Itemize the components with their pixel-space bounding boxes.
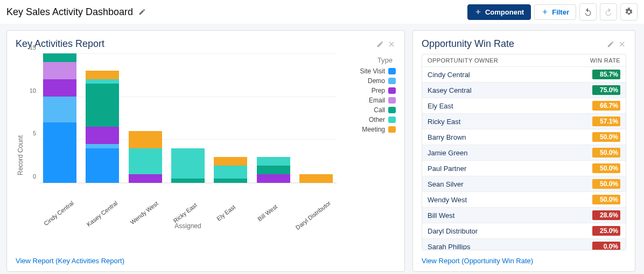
bar-segment-other — [129, 148, 162, 174]
y-tick-label: 0 — [24, 173, 36, 180]
y-tick-label: 15 — [24, 44, 36, 51]
bar-segment-other — [86, 79, 119, 84]
x-tick-label: Ely East — [211, 200, 258, 246]
cell-owner: Daryl Distributor — [428, 227, 584, 235]
legend-item[interactable]: Site Visit — [341, 67, 396, 75]
bar-segment-call — [214, 179, 247, 183]
win-rate-badge: 28.6% — [592, 210, 620, 220]
legend-swatch — [388, 117, 396, 123]
legend-swatch — [388, 107, 396, 113]
table-header: OPPORTUNITY OWNER WIN RATE — [422, 54, 626, 67]
undo-icon — [584, 8, 592, 16]
win-rate-badge: 57.1% — [592, 117, 620, 126]
bar-segment-call — [43, 53, 76, 62]
edit-title-button[interactable] — [136, 6, 148, 18]
table-row[interactable]: Sarah Phillips0.0% — [422, 239, 626, 250]
pencil-icon — [607, 40, 614, 48]
cell-owner: Ely East — [428, 102, 584, 110]
view-report-link[interactable]: View Report (Key Activities Report) — [16, 257, 396, 265]
table-row[interactable]: Bill West28.6% — [422, 208, 626, 223]
bar-segment-meeting — [86, 71, 119, 79]
bar-segment-prep — [86, 127, 119, 144]
bar-segment-prep — [129, 174, 162, 183]
table-row[interactable]: Jamie Green50.0% — [422, 145, 626, 161]
win-rate-badge: 75.0% — [592, 85, 620, 95]
undo-button[interactable] — [579, 3, 597, 20]
table-row[interactable]: Kasey Central75.0% — [422, 83, 626, 98]
legend-item[interactable]: Email — [341, 97, 396, 104]
bar-segment-meeting — [214, 157, 247, 166]
cell-owner: Paul Partner — [428, 165, 584, 173]
legend-label: Demo — [368, 77, 385, 85]
x-tick-label: Ricky East — [170, 200, 217, 246]
card-title: Opportunity Win Rate — [422, 38, 514, 50]
cell-owner: Wendy West — [428, 196, 584, 204]
edit-component-button[interactable] — [376, 40, 384, 48]
redo-button[interactable] — [600, 3, 617, 20]
bar[interactable] — [129, 131, 162, 183]
pencil-icon — [376, 40, 384, 48]
table-row[interactable]: Paul Partner50.0% — [422, 161, 626, 176]
table-row[interactable]: Wendy West50.0% — [422, 192, 626, 208]
bar-segment-prep — [43, 79, 76, 97]
legend-swatch — [388, 97, 396, 104]
x-tick-label: Kasey Central — [85, 200, 134, 248]
legend-item[interactable]: Demo — [341, 77, 396, 85]
win-rate-badge: 85.7% — [592, 70, 620, 79]
x-tick-label: Cindy Central — [43, 200, 90, 247]
legend-item[interactable]: Prep — [341, 87, 396, 94]
pencil-icon — [138, 8, 146, 16]
legend-swatch — [388, 68, 396, 74]
legend-label: Other — [369, 116, 385, 124]
legend-swatch — [388, 78, 396, 84]
add-component-label: Component — [485, 8, 524, 16]
redo-icon — [604, 8, 613, 16]
legend-item[interactable]: Call — [341, 106, 396, 114]
bar[interactable] — [299, 174, 333, 183]
win-rate-table: OPPORTUNITY OWNER WIN RATE Cindy Central… — [422, 54, 626, 250]
bar[interactable] — [86, 71, 119, 183]
edit-component-button[interactable] — [607, 40, 614, 48]
win-rate-badge: 50.0% — [592, 148, 620, 157]
col-header-owner: OPPORTUNITY OWNER — [428, 57, 584, 64]
legend-title: Type — [341, 56, 396, 64]
win-rate-badge: 50.0% — [592, 179, 620, 189]
bar-segment-demo — [86, 144, 119, 148]
add-filter-button[interactable]: Filter — [534, 4, 576, 20]
bar[interactable] — [43, 53, 76, 183]
table-row[interactable]: Ely East66.7% — [422, 98, 626, 114]
cell-owner: Bill West — [428, 211, 584, 220]
table-row[interactable]: Cindy Central85.7% — [422, 67, 626, 83]
bar-segment-site_visit — [86, 148, 119, 183]
key-activities-card: Key Activities Report Record Count 05101… — [6, 30, 405, 272]
dashboard-board: Key Activities Report Record Count 05101… — [0, 24, 644, 274]
x-tick-label: Wendy West — [128, 200, 176, 246]
add-component-button[interactable]: Component — [467, 4, 531, 20]
bar-chart: 051015 — [39, 54, 337, 183]
table-row[interactable]: Ricky East57.1% — [422, 114, 626, 129]
close-icon — [388, 40, 396, 48]
legend-item[interactable]: Other — [341, 116, 396, 124]
table-row[interactable]: Daryl Distributor25.0% — [422, 223, 626, 239]
remove-component-button[interactable] — [388, 40, 396, 48]
table-row[interactable]: Sean Silver50.0% — [422, 176, 626, 192]
dashboard-header: Key Sales Activity Dashboard Component F… — [0, 0, 644, 24]
bar-segment-email — [43, 62, 76, 79]
bar-segment-call — [171, 179, 205, 183]
settings-button[interactable] — [620, 3, 638, 20]
view-report-link[interactable]: View Report (Opportunity Win Rate) — [422, 257, 626, 265]
bar[interactable] — [171, 148, 205, 183]
win-rate-badge: 0.0% — [592, 242, 620, 250]
bar[interactable] — [257, 157, 290, 183]
remove-component-button[interactable] — [619, 40, 626, 48]
win-rate-badge: 50.0% — [592, 132, 620, 142]
win-rate-badge: 50.0% — [592, 163, 620, 173]
legend-item[interactable]: Meeting — [341, 126, 396, 133]
bar-segment-call — [257, 166, 290, 174]
bar[interactable] — [214, 157, 247, 183]
y-axis-label: Record Count — [16, 54, 24, 257]
bar-segment-site_visit — [43, 122, 76, 183]
card-head: Key Activities Report — [16, 38, 396, 50]
legend-swatch — [388, 126, 396, 133]
table-row[interactable]: Barry Brown50.0% — [422, 129, 626, 145]
